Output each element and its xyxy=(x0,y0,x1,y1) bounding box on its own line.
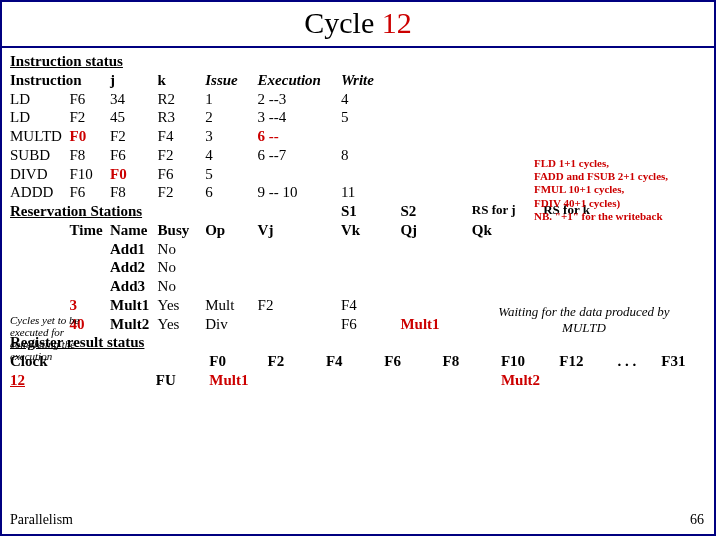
col-qk: Qk xyxy=(470,221,541,240)
col-issue: Issue xyxy=(203,71,255,90)
col-f10: F10 xyxy=(499,352,557,371)
col-instruction: Instruction xyxy=(8,71,108,90)
table-row: Add1No xyxy=(8,240,708,259)
table-row: LDF245R323 --45 xyxy=(8,108,708,127)
col-write: Write xyxy=(339,71,399,90)
section-instruction-status: Instruction status xyxy=(8,52,708,71)
col-s2: S2 xyxy=(398,202,469,221)
col-f8: F8 xyxy=(441,352,499,371)
cycle-notes: FLD 1+1 cycles,FADD and FSUB 2+1 cycles,… xyxy=(534,157,704,223)
col-f12: F12 xyxy=(557,352,615,371)
register-result-table: Clock F0 F2 F4 F6 F8 F10 F12 . . . F31 1… xyxy=(8,352,708,390)
table-row: MULTDF0F2F436 -- xyxy=(8,127,708,146)
col-dots: . . . xyxy=(616,352,660,371)
col-j: j xyxy=(108,71,156,90)
title-b: 12 xyxy=(382,6,412,39)
col-time: Time xyxy=(68,221,108,240)
col-f0: F0 xyxy=(207,352,265,371)
col-s1: S1 xyxy=(339,202,399,221)
col-busy: Busy xyxy=(156,221,204,240)
table-row: 12 FU Mult1 Mult2 xyxy=(8,371,708,390)
col-k: k xyxy=(156,71,204,90)
col-f31: F31 xyxy=(659,352,708,371)
col-f6: F6 xyxy=(382,352,440,371)
col-rsj: RS for j xyxy=(470,202,541,221)
section-reservation-stations: Reservation Stations xyxy=(8,202,203,221)
col-f2: F2 xyxy=(266,352,324,371)
col-exec: Execution xyxy=(256,71,339,90)
wait-note: Waiting for the data produced by MULTD xyxy=(484,304,684,335)
col-vj: Vj xyxy=(256,221,339,240)
col-vk: Vk xyxy=(339,221,399,240)
side-note: Cycles yet to be executed for completing… xyxy=(10,314,100,362)
title-a: Cycle xyxy=(304,6,381,39)
col-op: Op xyxy=(203,221,255,240)
table-row: Add2No xyxy=(8,258,708,277)
col-name: Name xyxy=(108,221,156,240)
section-register-result: Register result status xyxy=(8,333,708,352)
col-f4: F4 xyxy=(324,352,382,371)
table-row: Add3No xyxy=(8,277,708,296)
footer-left: Parallelism xyxy=(10,512,73,528)
page-title: Cycle 12 xyxy=(2,2,714,48)
label-fu: FU xyxy=(154,371,207,390)
clock-value: 12 xyxy=(8,371,69,390)
col-qj: Qj xyxy=(398,221,469,240)
table-row: LDF634R212 --34 xyxy=(8,90,708,109)
footer-right: 66 xyxy=(690,512,704,528)
